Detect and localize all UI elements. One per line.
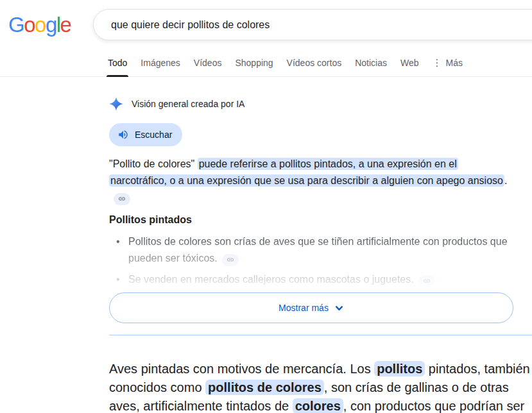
logo-letter: g xyxy=(46,13,56,37)
tab-label: Shopping xyxy=(235,58,273,68)
listen-label: Escuchar xyxy=(135,130,172,140)
results-tab-bar: Todo Imágenes Vídeos Shopping Vídeos cor… xyxy=(0,49,532,77)
tab-noticias[interactable]: Noticias xyxy=(355,49,387,76)
snippet-text: , con productos que podrían ser xyxy=(343,399,524,413)
tab-label: Todo xyxy=(108,58,127,68)
tab-shopping[interactable]: Shopping xyxy=(235,49,273,76)
result-snippet-text: Aves pintadas con motivos de mercancía. … xyxy=(109,360,532,413)
ai-summary-paragraph: "Pollito de colores" puede referirse a p… xyxy=(109,156,515,206)
list-item: Pollitos de colores son crías de aves qu… xyxy=(109,233,520,267)
tab-label: Imágenes xyxy=(141,58,180,68)
active-tab-underline xyxy=(107,75,128,77)
highlighted-term: pollitos de colores xyxy=(205,380,324,395)
search-header: Google xyxy=(0,0,532,49)
tab-imagenes[interactable]: Imágenes xyxy=(141,49,180,76)
show-more-button[interactable]: Mostrar más xyxy=(109,292,513,323)
bullet-text: Pollitos de colores son crías de aves qu… xyxy=(128,236,508,264)
tab-label: Web xyxy=(400,58,419,68)
tab-label: Vídeos xyxy=(194,58,222,68)
highlighted-term: pollitos xyxy=(374,361,425,376)
tab-web[interactable]: Web xyxy=(400,49,419,76)
bullet-text: Se venden en mercados callejeros como ma… xyxy=(128,274,414,285)
citation-link-button[interactable] xyxy=(222,254,239,266)
section-divider xyxy=(109,335,532,335)
logo-letter: G xyxy=(8,13,24,37)
tab-mas[interactable]: ⋮ Más xyxy=(433,49,463,76)
tab-videos[interactable]: Vídeos xyxy=(194,49,222,76)
chevron-down-icon xyxy=(334,303,344,313)
citation-link-button[interactable] xyxy=(418,275,435,287)
tab-todo[interactable]: Todo xyxy=(108,49,127,76)
ai-overview-header: Visión general creada por IA xyxy=(109,97,532,111)
search-box[interactable] xyxy=(93,9,532,40)
ai-overview-section: Visión general creada por IA Escuchar "P… xyxy=(0,97,532,413)
ai-bullet-list: Pollitos de colores son crías de aves qu… xyxy=(109,233,532,288)
summary-suffix: . xyxy=(504,175,507,186)
logo-letter: e xyxy=(60,13,71,37)
citation-link-button[interactable] xyxy=(114,193,130,205)
show-more-label: Mostrar más xyxy=(279,303,329,313)
google-logo[interactable]: Google xyxy=(8,13,71,37)
listen-button[interactable]: Escuchar xyxy=(109,123,182,146)
ai-sparkle-icon xyxy=(109,97,123,111)
snippet-text: Aves pintadas con motivos de mercancía. … xyxy=(109,362,374,376)
ai-section-heading: Pollitos pintados xyxy=(109,214,532,226)
search-input[interactable] xyxy=(111,19,532,31)
link-icon xyxy=(227,256,234,264)
tab-label: Vídeos cortos xyxy=(287,58,342,68)
summary-prefix: "Pollito de colores" xyxy=(109,158,198,169)
link-icon xyxy=(423,277,431,285)
list-item: Se venden en mercados callejeros como ma… xyxy=(109,271,520,288)
link-icon xyxy=(118,195,126,203)
tab-label: Noticias xyxy=(355,58,387,68)
tab-videos-cortos[interactable]: Vídeos cortos xyxy=(287,49,342,76)
ai-overview-title: Visión general creada por IA xyxy=(132,99,245,109)
more-dots-icon: ⋮ xyxy=(433,57,442,69)
tab-label: Más xyxy=(446,58,463,68)
logo-letter: o xyxy=(24,13,35,37)
highlighted-term: colores xyxy=(293,398,343,413)
speaker-icon xyxy=(117,129,129,140)
logo-letter: o xyxy=(35,13,46,37)
